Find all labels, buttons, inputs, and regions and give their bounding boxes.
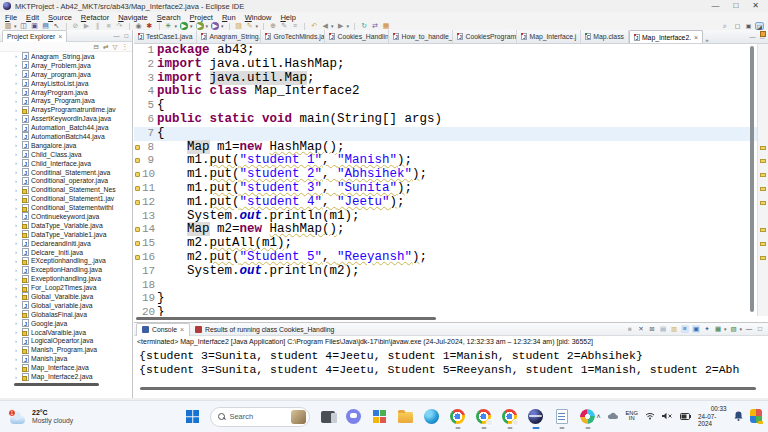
code-line[interactable]: 15 m2.putAll(m1);	[134, 237, 768, 251]
code-line[interactable]: 20}	[134, 306, 768, 316]
minimize-button[interactable]: —	[711, 0, 719, 12]
expand-arrow-icon[interactable]: ›	[15, 285, 20, 291]
expand-arrow-icon[interactable]: ›	[15, 231, 20, 237]
sync-icon[interactable]: ⇄	[371, 22, 379, 30]
new-class-icon[interactable]: ✎	[246, 22, 254, 30]
taskbar-app-widgets[interactable]	[371, 408, 388, 425]
expand-arrow-icon[interactable]: ›	[15, 116, 20, 122]
expand-arrow-icon[interactable]: ›	[15, 142, 20, 148]
project-item[interactable]: ›JLocalVaraible.java	[0, 328, 132, 337]
wifi-icon[interactable]	[645, 412, 655, 420]
dropdown-arrow-icon[interactable]: ▾	[206, 23, 209, 29]
editor-tab-map-interface-j[interactable]: JMap_Interface.j	[517, 30, 581, 43]
code-line[interactable]: 4public class Map_Interface2	[134, 85, 768, 99]
taskbar-app-chrome-1[interactable]	[449, 408, 466, 425]
menu-source[interactable]: Source	[48, 13, 72, 22]
code-line[interactable]: 10 m1.put("student 2", "Abhsihek");	[134, 168, 768, 182]
project-item[interactable]: ›JArrayProgram.java	[0, 88, 132, 97]
dropdown-arrow-icon[interactable]: ▾	[739, 326, 742, 332]
open-console-icon[interactable]: ▧	[729, 325, 737, 333]
project-explorer-hscrollbar[interactable]	[14, 383, 99, 386]
code-line[interactable]: 19}	[134, 292, 768, 306]
editor-tab-anagram-string-[interactable]: JAnagram_String.	[197, 30, 261, 43]
external-tools-icon[interactable]: ✱	[146, 22, 154, 30]
expand-arrow-icon[interactable]: ›	[15, 133, 20, 139]
close-icon[interactable]: ×	[58, 33, 62, 40]
project-item[interactable]: ›JChild_Class.java	[0, 150, 132, 159]
editor-tab-map-class[interactable]: CMap.class	[581, 30, 629, 43]
code-line[interactable]: 1package ab43;	[134, 44, 768, 58]
code-line[interactable]: 16 m2.put("Student 5", "Reeyansh");	[134, 251, 768, 265]
terminate-icon[interactable]: ■	[626, 325, 634, 333]
save-all-icon[interactable]: ▣	[31, 22, 39, 30]
editor-tab-grotechminds-ja[interactable]: JGroTechMinds.ja	[261, 30, 325, 43]
expand-arrow-icon[interactable]: ›	[15, 240, 20, 246]
code-line[interactable]: 11 m1.put("student 3", "Sunita");	[134, 182, 768, 196]
project-item[interactable]: ›JConditional_operator.java	[0, 176, 132, 185]
expand-arrow-icon[interactable]: ›	[15, 62, 20, 68]
project-item[interactable]: ›JMap_Interface2.java	[0, 372, 132, 381]
code-line[interactable]: 18	[134, 279, 768, 293]
link-with-editor-icon[interactable]: ⇄	[103, 42, 108, 51]
taskbar-app-paint[interactable]	[579, 408, 596, 425]
volume-muted-icon[interactable]	[662, 412, 673, 420]
dropdown-arrow-icon[interactable]: ▾	[190, 23, 193, 29]
project-item[interactable]: ›JExceptionHandling.java	[0, 265, 132, 274]
open-file-icon[interactable]: ▤	[42, 22, 50, 30]
minimize-view-icon[interactable]: —	[113, 33, 119, 39]
profile-icon[interactable]: ▶	[211, 22, 219, 30]
project-item[interactable]: ›JConditional_Statementwithl	[0, 203, 132, 212]
save-icon[interactable]: ◫	[20, 22, 28, 30]
project-item[interactable]: ›JDelcare_Initi.java	[0, 248, 132, 257]
project-item[interactable]: ›JManish_Program.java	[0, 345, 132, 354]
expand-arrow-icon[interactable]: ›	[15, 347, 20, 353]
expand-arrow-icon[interactable]: ›	[15, 320, 20, 326]
expand-arrow-icon[interactable]: ›	[15, 125, 20, 131]
project-item[interactable]: ›JCOntinuekeyword.java	[0, 212, 132, 221]
menu-navigate[interactable]: Navigate	[118, 13, 148, 22]
clock[interactable]: 00:33 24-07-2024	[698, 405, 727, 428]
console-hscrollbar[interactable]	[140, 387, 756, 390]
expand-arrow-icon[interactable]: ›	[15, 222, 20, 228]
project-item[interactable]: ›JArrayListtoList.java	[0, 79, 132, 88]
project-item[interactable]: ›JConditinal_Statement.java	[0, 168, 132, 177]
project-item[interactable]: ›JGlobal_Varaible.java	[0, 292, 132, 301]
taskbar-app-teams-chat[interactable]	[345, 408, 362, 425]
project-item[interactable]: ›JDataType_Variable.java	[0, 221, 132, 230]
step-over-icon[interactable]: ↷	[116, 22, 124, 30]
code-line[interactable]: 9 m1.put("student 1", "Manish");	[134, 154, 768, 168]
editor-tab-cookies-handlin[interactable]: JCookies_Handlin	[325, 30, 389, 43]
code-line[interactable]: 13 System.out.println(m1);	[134, 210, 768, 224]
expand-arrow-icon[interactable]: ›	[15, 187, 20, 193]
back-icon[interactable]: ◀	[321, 22, 329, 30]
perspective-button-2[interactable]: ◪	[755, 22, 764, 30]
editor-hscrollbar[interactable]	[136, 317, 436, 320]
project-item[interactable]: ›JConditional_Statement_Nes	[0, 185, 132, 194]
expand-arrow-icon[interactable]: ›	[15, 196, 20, 202]
project-item[interactable]: ›JAssertKeywordInJava.java	[0, 114, 132, 123]
annotations-icon[interactable]: ≡	[291, 22, 299, 30]
project-item[interactable]: ›JAutomation_Batch44.java	[0, 123, 132, 132]
expand-arrow-icon[interactable]: ›	[15, 71, 20, 77]
menu-refactor[interactable]: Refactor	[81, 13, 109, 22]
project-item[interactable]: ›JGoogle.java	[0, 319, 132, 328]
remove-launch-icon[interactable]: ✕	[637, 325, 645, 333]
project-item[interactable]: ›JDeclareandIniti.java	[0, 239, 132, 248]
battery-icon[interactable]	[680, 413, 691, 420]
new-java-project-icon[interactable]: ▨	[235, 22, 243, 30]
project-item[interactable]: ›JBangalore.java	[0, 141, 132, 150]
remove-all-terminated-icon[interactable]: ⊠	[648, 325, 656, 333]
menu-search[interactable]: Search	[157, 13, 181, 22]
maximize-view-icon[interactable]: □	[124, 33, 128, 39]
ruler-warning-marker[interactable]	[760, 159, 766, 163]
language-indicator[interactable]: ENGIN	[625, 411, 638, 423]
dropdown-arrow-icon[interactable]: ▾	[14, 23, 17, 29]
dropdown-arrow-icon[interactable]: ▾	[256, 23, 259, 29]
perspective-button-0[interactable]: ▢	[733, 22, 742, 30]
suspend-icon[interactable]: ∥	[94, 22, 102, 30]
expand-arrow-icon[interactable]: ›	[15, 356, 20, 362]
code-editor[interactable]: 1package ab43;2import java.util.HashMap;…	[134, 44, 768, 316]
code-line[interactable]: 12 m1.put("student 4", "Jeetu");	[134, 196, 768, 210]
resume-icon[interactable]: ▶	[83, 22, 91, 30]
expand-arrow-icon[interactable]: ›	[15, 80, 20, 86]
